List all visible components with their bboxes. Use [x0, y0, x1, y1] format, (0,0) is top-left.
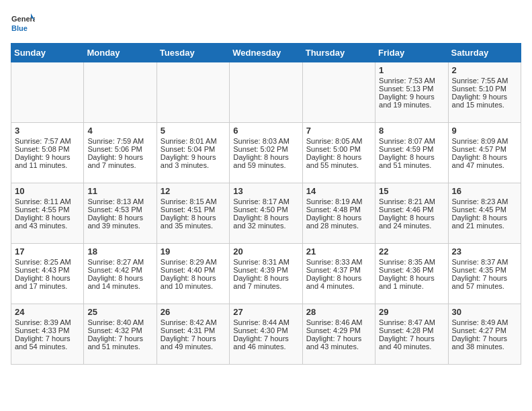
- calendar-cell: 26Sunrise: 8:42 AMSunset: 4:31 PMDayligh…: [157, 304, 229, 365]
- day-header-thursday: Thursday: [302, 44, 375, 62]
- day-info: Sunset: 5:04 PM: [161, 145, 226, 153]
- day-info: Sunrise: 8:03 AM: [233, 137, 298, 145]
- day-info: Daylight: 8 hours and 21 minutes.: [452, 214, 517, 230]
- day-info: Sunrise: 8:27 AM: [87, 258, 152, 266]
- day-info: Sunrise: 8:23 AM: [452, 197, 517, 205]
- day-info: Daylight: 9 hours and 15 minutes.: [452, 93, 517, 109]
- day-number: 19: [161, 246, 226, 257]
- day-info: Daylight: 8 hours and 43 minutes.: [15, 214, 80, 230]
- logo: General Blue: [11, 11, 35, 35]
- day-info: Daylight: 9 hours and 19 minutes.: [379, 93, 444, 109]
- calendar-cell: 29Sunrise: 8:47 AMSunset: 4:28 PMDayligh…: [375, 304, 448, 365]
- day-info: Sunrise: 7:55 AM: [452, 77, 517, 85]
- calendar-cell: 23Sunrise: 8:37 AMSunset: 4:35 PMDayligh…: [448, 244, 521, 304]
- day-info: Daylight: 8 hours and 17 minutes.: [15, 274, 80, 290]
- day-number: 24: [15, 307, 80, 317]
- day-info: Sunset: 4:27 PM: [452, 326, 517, 334]
- day-info: Daylight: 7 hours and 46 minutes.: [233, 334, 298, 351]
- day-info: Daylight: 7 hours and 40 minutes.: [379, 334, 444, 351]
- calendar-cell: 5Sunrise: 8:01 AMSunset: 5:04 PMDaylight…: [157, 123, 229, 183]
- day-info: Sunset: 4:31 PM: [161, 326, 226, 334]
- day-number: 17: [15, 246, 80, 257]
- day-number: 30: [452, 307, 517, 317]
- day-info: Sunrise: 7:59 AM: [87, 137, 152, 145]
- day-info: Sunset: 5:10 PM: [452, 85, 517, 93]
- logo-svg: General Blue: [11, 11, 35, 35]
- day-info: Sunset: 5:13 PM: [379, 85, 444, 93]
- day-number: 4: [87, 126, 152, 136]
- day-info: Sunrise: 8:39 AM: [15, 318, 80, 326]
- calendar-cell: 24Sunrise: 8:39 AMSunset: 4:33 PMDayligh…: [11, 304, 84, 365]
- day-info: Daylight: 9 hours and 7 minutes.: [87, 153, 152, 169]
- day-number: 20: [233, 246, 298, 257]
- day-header-tuesday: Tuesday: [157, 44, 229, 62]
- day-info: Daylight: 9 hours and 3 minutes.: [161, 153, 226, 169]
- day-info: Sunrise: 8:33 AM: [306, 258, 371, 266]
- day-number: 3: [15, 126, 80, 136]
- day-info: Sunset: 4:43 PM: [15, 266, 80, 274]
- day-info: Sunrise: 8:35 AM: [379, 258, 444, 266]
- day-info: Sunrise: 8:49 AM: [452, 318, 517, 326]
- day-number: 15: [379, 186, 444, 196]
- calendar-cell: [11, 62, 84, 123]
- day-info: Daylight: 8 hours and 35 minutes.: [161, 214, 226, 230]
- day-number: 27: [233, 307, 298, 317]
- day-info: Daylight: 8 hours and 51 minutes.: [379, 153, 444, 169]
- day-info: Daylight: 9 hours and 11 minutes.: [15, 153, 80, 169]
- day-header-saturday: Saturday: [448, 44, 521, 62]
- day-info: Sunset: 4:33 PM: [15, 326, 80, 334]
- day-number: 1: [379, 65, 444, 75]
- day-info: Sunrise: 7:57 AM: [15, 137, 80, 145]
- day-info: Sunset: 4:36 PM: [379, 266, 444, 274]
- day-number: 10: [15, 186, 80, 196]
- day-info: Sunrise: 8:17 AM: [233, 197, 298, 205]
- day-info: Sunset: 4:45 PM: [452, 205, 517, 214]
- day-info: Sunset: 4:51 PM: [161, 205, 226, 214]
- day-info: Sunset: 4:50 PM: [233, 205, 298, 214]
- day-number: 16: [452, 186, 517, 196]
- day-number: 23: [452, 246, 517, 257]
- svg-text:Blue: Blue: [11, 24, 28, 32]
- day-info: Sunset: 5:06 PM: [87, 145, 152, 153]
- day-info: Sunset: 4:30 PM: [233, 326, 298, 334]
- day-info: Sunset: 5:02 PM: [233, 145, 298, 153]
- day-info: Sunrise: 8:40 AM: [87, 318, 152, 326]
- page-header: General Blue: [11, 11, 521, 35]
- day-info: Sunset: 4:35 PM: [452, 266, 517, 274]
- day-info: Daylight: 8 hours and 55 minutes.: [306, 153, 371, 169]
- day-number: 5: [161, 126, 226, 136]
- day-info: Sunrise: 8:29 AM: [161, 258, 226, 266]
- day-info: Daylight: 8 hours and 4 minutes.: [306, 274, 371, 290]
- day-number: 11: [87, 186, 152, 196]
- calendar-cell: 13Sunrise: 8:17 AMSunset: 4:50 PMDayligh…: [230, 183, 302, 244]
- day-info: Sunrise: 8:47 AM: [379, 318, 444, 326]
- calendar-cell: [84, 62, 157, 123]
- day-info: Daylight: 7 hours and 54 minutes.: [15, 334, 80, 351]
- calendar-cell: [302, 62, 375, 123]
- day-number: 7: [306, 126, 371, 136]
- day-info: Sunset: 4:53 PM: [87, 205, 152, 214]
- calendar-cell: 12Sunrise: 8:15 AMSunset: 4:51 PMDayligh…: [157, 183, 229, 244]
- calendar-cell: 6Sunrise: 8:03 AMSunset: 5:02 PMDaylight…: [230, 123, 302, 183]
- day-info: Sunrise: 8:44 AM: [233, 318, 298, 326]
- calendar-cell: 19Sunrise: 8:29 AMSunset: 4:40 PMDayligh…: [157, 244, 229, 304]
- day-info: Sunrise: 8:42 AM: [161, 318, 226, 326]
- day-info: Sunrise: 8:09 AM: [452, 137, 517, 145]
- calendar-cell: 20Sunrise: 8:31 AMSunset: 4:39 PMDayligh…: [230, 244, 302, 304]
- day-info: Daylight: 7 hours and 38 minutes.: [452, 334, 517, 351]
- calendar-cell: 3Sunrise: 7:57 AMSunset: 5:08 PMDaylight…: [11, 123, 84, 183]
- calendar-table: SundayMondayTuesdayWednesdayThursdayFrid…: [11, 43, 521, 365]
- day-info: Daylight: 8 hours and 10 minutes.: [161, 274, 226, 290]
- day-info: Daylight: 8 hours and 32 minutes.: [233, 214, 298, 230]
- day-info: Sunrise: 8:15 AM: [161, 197, 226, 205]
- calendar-cell: 28Sunrise: 8:46 AMSunset: 4:29 PMDayligh…: [302, 304, 375, 365]
- calendar-cell: 15Sunrise: 8:21 AMSunset: 4:46 PMDayligh…: [375, 183, 448, 244]
- day-info: Sunset: 4:46 PM: [379, 205, 444, 214]
- calendar-cell: 22Sunrise: 8:35 AMSunset: 4:36 PMDayligh…: [375, 244, 448, 304]
- day-info: Daylight: 7 hours and 57 minutes.: [452, 274, 517, 290]
- day-header-friday: Friday: [375, 44, 448, 62]
- day-info: Sunrise: 8:07 AM: [379, 137, 444, 145]
- day-info: Sunrise: 8:21 AM: [379, 197, 444, 205]
- day-number: 18: [87, 246, 152, 257]
- day-info: Sunrise: 8:05 AM: [306, 137, 371, 145]
